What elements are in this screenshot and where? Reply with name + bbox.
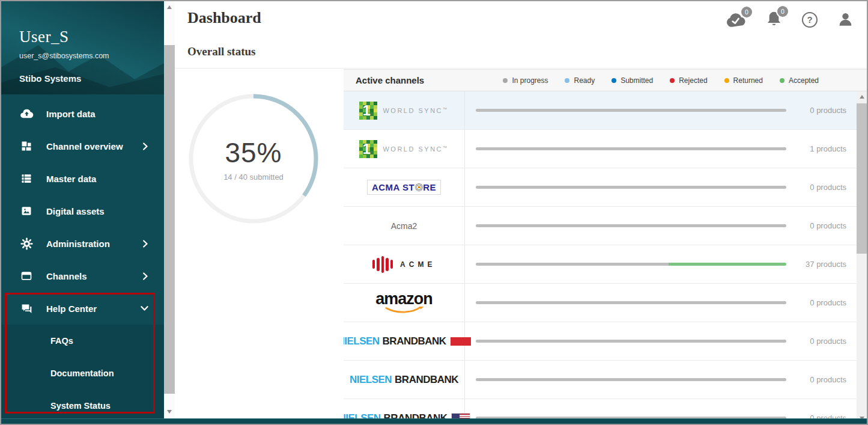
channel-row[interactable]: 1WORLD SYNC™1 products <box>344 130 857 168</box>
product-count: 0 products <box>791 106 857 115</box>
legend-label: In progress <box>512 76 548 85</box>
channels-scrollbar[interactable] <box>857 91 867 424</box>
channel-row[interactable]: NIELSENBRANDBANK0 products <box>344 361 857 399</box>
acma-text-pre: ACMA ST <box>372 182 414 192</box>
progress-bar <box>476 109 786 112</box>
list-icon <box>19 173 34 185</box>
amazon-wordmark: amazon <box>375 291 432 307</box>
sidebar-item-channel-overview[interactable]: Channel overview <box>1 130 164 162</box>
channel-row[interactable]: NIELSENBRANDBANK0 products <box>344 322 857 361</box>
worldsync-logo: 1WORLD SYNC™ <box>359 102 448 120</box>
chevron-right-icon <box>142 142 148 150</box>
worldsync-mosaic-icon: 1 <box>359 140 377 158</box>
sidebar-subitem-documentation[interactable]: Documentation <box>1 357 164 390</box>
channel-row[interactable]: amazon0 products <box>344 284 857 322</box>
sidebar-subitem-faqs[interactable]: FAQs <box>1 325 164 357</box>
brandbank-wordmark: BRANDBANK <box>383 335 446 347</box>
chat-icon <box>19 302 34 315</box>
progress-bar <box>476 301 786 304</box>
user-profile-section: User_S user_s@stibosystems.com Stibo Sys… <box>1 1 164 94</box>
progress-bar-wrap <box>476 378 786 381</box>
nielsen-brandbank-logo: NIELSENBRANDBANK <box>350 374 458 386</box>
channels-scroll-up-arrow[interactable] <box>857 92 867 102</box>
progress-bar <box>476 263 786 266</box>
sidebar-item-label: Digital assets <box>46 206 148 216</box>
page-subtitle: Overall status <box>187 45 255 58</box>
legend-item-returned: Returned <box>724 76 763 85</box>
acme-wordmark: ACME <box>400 260 436 269</box>
tasks-cloud-icon[interactable]: 0 <box>724 11 746 28</box>
main-content: Dashboard Overall status 0 0 ? <box>175 1 867 424</box>
sidebar-item-label: Channel overview <box>46 141 142 151</box>
page-scrollbar[interactable] <box>164 1 175 424</box>
legend-item-accepted: Accepted <box>780 76 819 85</box>
channel-rows: 1WORLD SYNC™0 products1WORLD SYNC™1 prod… <box>344 91 857 424</box>
main-header: Dashboard Overall status 0 0 ? <box>175 1 867 69</box>
worldsync-one-glyph: 1 <box>362 140 370 158</box>
overall-status-donut: 35% 14 / 40 submitted <box>186 91 321 226</box>
legend-item-submitted: Submitted <box>612 76 653 85</box>
help-icon[interactable]: ? <box>802 12 818 28</box>
image-icon <box>19 205 34 217</box>
channel-row[interactable]: 1WORLD SYNC™0 products <box>344 91 857 130</box>
channels-scrollbar-thumb[interactable] <box>857 103 867 254</box>
sidebar-item-administration[interactable]: Administration <box>1 227 164 260</box>
legend-item-rejected: Rejected <box>670 76 707 85</box>
acma-store-logo: ACMA STRE <box>367 180 441 195</box>
status-legend: In progressReadySubmittedRejectedReturne… <box>503 76 819 85</box>
channel-row[interactable]: Acma20 products <box>344 207 857 245</box>
sidebar-item-master-data[interactable]: Master data <box>1 162 164 195</box>
sidebar-item-label: Channels <box>46 271 142 281</box>
acme-logo: ACME <box>372 256 436 273</box>
legend-dot <box>503 78 508 83</box>
channel-row[interactable]: ACMA STRE0 products <box>344 168 857 207</box>
progress-segment-grey <box>476 301 786 304</box>
profile-icon[interactable] <box>837 11 854 28</box>
legend-dot <box>780 78 785 83</box>
legend-dot <box>612 78 616 83</box>
progress-bar-wrap <box>476 301 786 304</box>
channel-logo-cell: amazon <box>344 284 465 322</box>
notifications-bell-icon[interactable]: 0 <box>766 11 782 28</box>
grid-icon <box>19 140 34 152</box>
chevron-right-icon <box>142 272 148 280</box>
sidebar-item-label: Help Center <box>46 304 141 314</box>
legend-item-in-progress: In progress <box>503 76 548 85</box>
sidebar-item-import-data[interactable]: Import data <box>1 97 164 130</box>
progress-segment-green <box>669 263 786 266</box>
user-email: user_s@stibosystems.com <box>19 52 109 60</box>
notifications-badge: 0 <box>777 6 788 17</box>
worldsync-wordmark: WORLD SYNC™ <box>383 145 448 153</box>
channel-row[interactable]: ACME37 products <box>344 245 857 284</box>
product-count: 0 products <box>791 183 857 192</box>
gear-icon <box>19 237 34 250</box>
question-mark-glyph: ? <box>802 12 818 28</box>
legend-label: Returned <box>733 76 763 85</box>
sidebar-item-channels[interactable]: Channels <box>1 260 164 292</box>
sidebar-item-help-center[interactable]: Help Center <box>1 292 164 325</box>
donut-sublabel: 14 / 40 submitted <box>223 173 284 182</box>
progress-bar <box>476 378 786 381</box>
chevron-down-icon <box>141 305 148 311</box>
progress-bar-wrap <box>476 147 786 150</box>
sidebar-subitem-system-status[interactable]: System Status <box>1 390 164 422</box>
sidebar-item-digital-assets[interactable]: Digital assets <box>1 195 164 227</box>
acma-target-icon <box>415 183 423 191</box>
channel-logo-cell: ACME <box>344 245 465 283</box>
amazon-smile-icon <box>384 307 424 314</box>
page-scrollbar-thumb[interactable] <box>164 45 175 394</box>
progress-bar-wrap <box>476 340 786 343</box>
product-count: 0 products <box>791 337 857 346</box>
progress-segment-grey <box>476 340 786 343</box>
product-count: 0 products <box>791 298 857 307</box>
scroll-down-arrow[interactable] <box>164 407 175 417</box>
acme-soundbars-icon <box>372 256 393 273</box>
user-company: Stibo Systems <box>19 73 81 84</box>
scroll-up-arrow[interactable] <box>164 2 175 12</box>
legend-dot <box>724 78 729 83</box>
worldsync-logo: 1WORLD SYNC™ <box>359 140 448 158</box>
nielsen-brandbank-logo: NIELSENBRANDBANK <box>344 335 471 347</box>
panel-title: Active channels <box>356 75 424 85</box>
progress-segment-grey <box>476 109 786 112</box>
channel-logo-cell: ACMA STRE <box>344 168 465 206</box>
